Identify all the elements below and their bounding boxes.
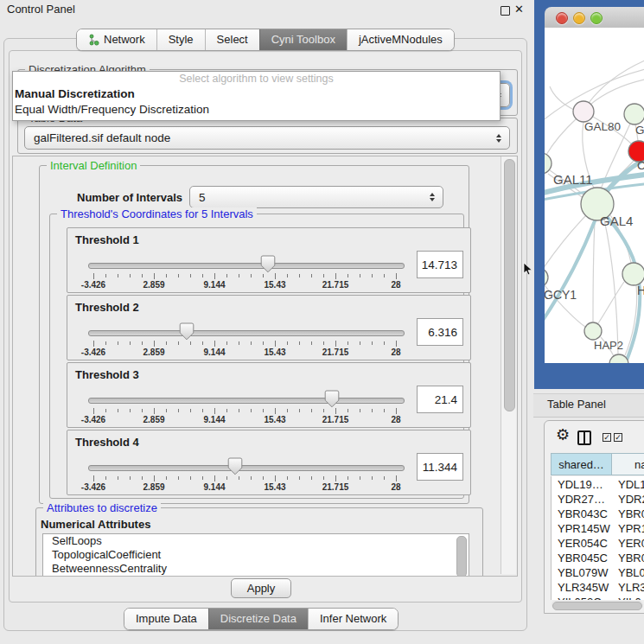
cell-name[interactable]: YDR2 [618, 492, 644, 507]
cell-name[interactable]: YDL1 [618, 477, 644, 492]
table-row[interactable]: YBL079WYBL0 [552, 565, 644, 580]
threshold-3-value-field[interactable]: 21.4 [417, 386, 463, 413]
checkbox-icon[interactable]: ✓ [603, 433, 611, 442]
popup-option-equal-width-frequency[interactable]: Equal Width/Frequency Discretization [13, 102, 500, 118]
network-node-gcy1[interactable] [545, 268, 548, 287]
cell-shared-name[interactable]: YBR043C [558, 507, 608, 521]
tick-mark [105, 274, 106, 277]
checkbox-icon[interactable]: ✓ [614, 433, 622, 442]
slider-track[interactable] [88, 398, 405, 404]
slider-thumb[interactable] [179, 322, 194, 343]
tick-label: 2.859 [124, 348, 184, 357]
column-split-icon[interactable] [577, 430, 591, 445]
column-header-shared-name[interactable]: shared… [551, 453, 612, 475]
cell-shared-name[interactable]: YBL079W [558, 565, 609, 580]
float-window-icon[interactable] [501, 6, 510, 16]
scrollbar-thumb[interactable] [552, 602, 642, 610]
network-node-gal80[interactable] [573, 101, 594, 122]
column-header-name[interactable]: na [611, 453, 644, 475]
cell-name[interactable]: YBL0 [618, 565, 644, 580]
slider-thumb[interactable] [227, 457, 243, 478]
table-row[interactable]: YER054CYER0 [552, 536, 644, 551]
close-traffic-light-icon[interactable] [556, 12, 568, 24]
cell-name[interactable]: YPR1 [618, 521, 644, 536]
cell-shared-name[interactable]: YIL052C [558, 595, 602, 600]
table-row[interactable]: YBR043CYBR0 [552, 507, 644, 521]
table-data-combo[interactable]: galFiltered.sif default node [24, 126, 510, 150]
tick-label: -3.426 [63, 415, 124, 424]
table-hscrollbar[interactable] [552, 601, 643, 609]
slider-track[interactable] [88, 330, 405, 336]
minimize-traffic-light-icon[interactable] [573, 12, 585, 24]
slider-track[interactable] [88, 465, 405, 471]
threshold-4-slider[interactable]: -3.4262.8599.14415.4321.71528 [67, 453, 413, 493]
network-window-titlebar[interactable] [545, 7, 644, 29]
tick-mark [396, 273, 397, 279]
cell-shared-name[interactable]: YER054C [558, 536, 608, 551]
cell-name[interactable]: YLR3 [618, 580, 644, 595]
tab-infer-network[interactable]: Infer Network [308, 609, 398, 629]
tab-select[interactable]: Select [205, 29, 259, 50]
tick-label: 28 [366, 280, 426, 290]
tab-impute-data[interactable]: Impute Data [124, 609, 208, 629]
threshold-4-value-field[interactable]: 11.344 [417, 453, 463, 481]
threshold-2-slider[interactable]: -3.4262.8599.14415.4321.71528 [67, 318, 413, 358]
slider-track[interactable] [88, 263, 405, 269]
table-row[interactable]: YLR345WYLR3 [552, 580, 644, 595]
table-row[interactable]: YDL19…YDL1 [552, 477, 644, 492]
cell-shared-name[interactable]: YDL19… [558, 477, 603, 492]
cell-shared-name[interactable]: YBR045C [558, 551, 608, 565]
cell-name[interactable]: YBR0 [618, 507, 644, 521]
cell-name[interactable]: YIL0 [618, 595, 641, 600]
cell-shared-name[interactable]: YLR345W [558, 580, 609, 595]
tab-discretize-data[interactable]: Discretize Data [208, 609, 308, 629]
gear-icon[interactable]: ⚙ [556, 427, 570, 443]
tab-style[interactable]: Style [156, 29, 205, 50]
network-node-label: GAL80 [584, 120, 621, 133]
slider-thumb[interactable] [260, 255, 276, 276]
threshold-3-slider[interactable]: -3.4262.8599.14415.4321.71528 [67, 386, 413, 425]
numerical-attributes-list[interactable]: SelfLoopsTopologicalCoefficientBetweenne… [42, 533, 469, 577]
apply-button[interactable]: Apply [231, 578, 291, 598]
tab-label: Network [104, 29, 145, 50]
threshold-1-slider[interactable]: -3.4262.8599.14415.4321.71528 [67, 251, 413, 290]
threshold-2-value-field[interactable]: 6.316 [417, 318, 463, 346]
network-graph[interactable]: GAL80GACGAL11GAL4GCY1HHAP2 [545, 28, 644, 363]
popup-option-manual-discretization[interactable]: Manual Discretization [13, 86, 500, 102]
table-row[interactable]: YIL052CYIL0 [552, 595, 644, 600]
num-intervals-spinner[interactable]: 5 [189, 186, 443, 208]
network-node-h[interactable] [622, 263, 644, 285]
slider-thumb[interactable] [324, 390, 340, 411]
attribute-item-topologicalcoefficient[interactable]: TopologicalCoefficient [43, 548, 469, 562]
table-row[interactable]: YPR145WYPR1 [552, 521, 644, 536]
zoom-traffic-light-icon[interactable] [590, 12, 603, 24]
tick-label: 21.715 [305, 415, 366, 424]
tick-mark [166, 476, 167, 480]
tab-network[interactable]: Network [77, 29, 156, 50]
tick-mark [275, 475, 276, 481]
cell-name[interactable]: YBR0 [618, 551, 644, 565]
tick-mark [214, 273, 215, 279]
tick-mark [190, 274, 191, 277]
threshold-1-value-field[interactable]: 14.713 [417, 251, 463, 278]
tab-jactivemnodules[interactable]: jActiveMNodules [347, 29, 454, 50]
cell-shared-name[interactable]: YPR145W [558, 521, 610, 536]
network-node-unlabeled[interactable] [609, 354, 628, 363]
tab-cyni-toolbox[interactable]: Cyni Toolbox [259, 29, 347, 50]
threshold-label: Threshold 2 [75, 301, 139, 314]
main-scrollbar[interactable] [501, 156, 516, 574]
cell-name[interactable]: YER0 [618, 536, 644, 551]
table-row[interactable]: YBR045CYBR0 [552, 551, 644, 565]
network-node-ga[interactable] [624, 104, 644, 124]
threshold-1-box: Threshold 1-3.4262.8599.14415.4321.71528… [67, 227, 471, 293]
cell-shared-name[interactable]: YDR27… [558, 492, 605, 507]
network-node-hap2[interactable] [584, 322, 602, 340]
scrollbar-thumb[interactable] [504, 159, 515, 411]
tick-mark [202, 476, 203, 480]
attribute-item-selfloops[interactable]: SelfLoops [43, 534, 469, 548]
table-row[interactable]: YDR27…YDR2 [552, 492, 644, 507]
close-icon[interactable]: ✕ [514, 3, 524, 16]
list-scrollbar[interactable] [456, 536, 467, 577]
tick-mark [335, 341, 336, 347]
attribute-item-betweennesscentrality[interactable]: BetweennessCentrality [43, 562, 469, 576]
